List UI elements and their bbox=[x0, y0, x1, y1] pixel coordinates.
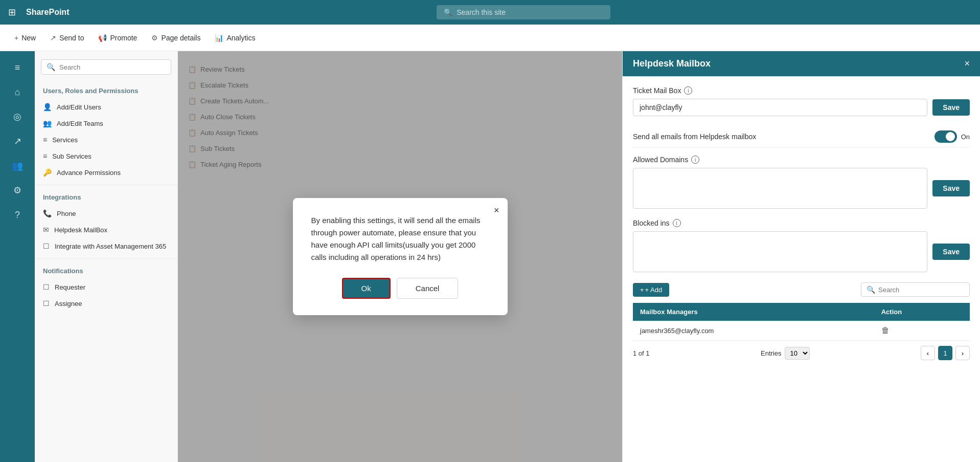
next-page-button[interactable]: › bbox=[955, 346, 970, 360]
new-button[interactable]: + New bbox=[8, 31, 42, 45]
sidebar-search-input[interactable] bbox=[59, 63, 166, 71]
send-to-button[interactable]: ↗ Send to bbox=[44, 31, 90, 45]
right-panel-title: Helpdesk Mailbox bbox=[633, 58, 711, 69]
rail-menu-icon[interactable]: ≡ bbox=[7, 57, 28, 78]
allowed-domains-save-button[interactable]: Save bbox=[932, 180, 970, 196]
promote-icon: 📢 bbox=[98, 34, 107, 42]
icon-rail: ≡ ⌂ ◎ ↗ 👥 ⚙ ? bbox=[0, 51, 35, 462]
add-manager-button[interactable]: + + Add bbox=[633, 283, 669, 297]
delete-icon[interactable]: 🗑 bbox=[881, 326, 890, 335]
page-1-button[interactable]: 1 bbox=[938, 346, 952, 360]
sidebar-item-sub-services[interactable]: ≡ Sub Services bbox=[35, 148, 177, 164]
sidebar-item-label: Requester bbox=[55, 283, 85, 291]
allowed-domains-textarea[interactable] bbox=[633, 168, 927, 209]
sidebar-search-bar: 🔍 bbox=[41, 59, 171, 75]
modal-dialog: × By enabling this settings, it will sen… bbox=[293, 198, 508, 315]
sidebar-item-assignee[interactable]: ☐ Assignee bbox=[35, 295, 177, 312]
entries-select: Entries 10 25 50 bbox=[761, 347, 809, 360]
ticket-mailbox-label: Ticket Mail Box i bbox=[633, 86, 970, 95]
sidebar-item-label: Advance Permissions bbox=[57, 169, 121, 177]
table-header-action: Action bbox=[874, 303, 970, 321]
managers-section: + + Add 🔍 Mailbox Managers Action bbox=[633, 282, 970, 365]
sidebar-item-label: Assignee bbox=[55, 300, 82, 307]
managers-search-bar: 🔍 bbox=[861, 282, 970, 297]
sidebar-item-helpdesk-mailbox[interactable]: ✉ Helpdesk MailBox bbox=[35, 222, 177, 238]
page-details-label: Page details bbox=[161, 34, 200, 42]
allowed-domains-info-icon[interactable]: i bbox=[691, 156, 699, 164]
sidebar: 🔍 Users, Roles and Permissions 👤 Add/Edi… bbox=[35, 51, 178, 462]
ticket-mailbox-group: Ticket Mail Box i Save bbox=[633, 86, 970, 116]
rail-globe-icon[interactable]: ◎ bbox=[7, 106, 28, 127]
sub-services-icon: ≡ bbox=[43, 152, 47, 160]
promote-button[interactable]: 📢 Promote bbox=[92, 31, 143, 45]
blocked-domains-textarea[interactable] bbox=[633, 231, 927, 272]
section-title-notifications: Notifications bbox=[35, 263, 177, 279]
table-row: jameshr365@clayfly.com 🗑 bbox=[633, 321, 970, 341]
sidebar-item-asset-management[interactable]: ☐ Integrate with Asset Management 365 bbox=[35, 238, 177, 254]
phone-icon: 📞 bbox=[43, 209, 52, 217]
analytics-button[interactable]: 📊 Analytics bbox=[209, 31, 261, 45]
right-panel-body: Ticket Mail Box i Save Send all emails f… bbox=[623, 76, 980, 376]
blocked-domains-save-button[interactable]: Save bbox=[932, 244, 970, 260]
sidebar-item-label: Helpdesk MailBox bbox=[54, 226, 107, 234]
toolbar: + New ↗ Send to 📢 Promote ⚙ Page details… bbox=[0, 25, 980, 51]
main-layout: ≡ ⌂ ◎ ↗ 👥 ⚙ ? 🔍 Users, Roles and Permiss… bbox=[0, 51, 980, 462]
sidebar-item-label: Services bbox=[52, 136, 78, 144]
sidebar-item-phone[interactable]: 📞 Phone bbox=[35, 205, 177, 222]
sidebar-item-label: Add/Edit Users bbox=[57, 103, 101, 111]
modal-ok-button[interactable]: Ok bbox=[342, 278, 391, 299]
rail-home-icon[interactable]: ⌂ bbox=[7, 82, 28, 102]
promote-label: Promote bbox=[110, 34, 137, 42]
ticket-mailbox-info-icon[interactable]: i bbox=[684, 86, 692, 95]
requester-icon: ☐ bbox=[43, 283, 50, 291]
right-panel-close-button[interactable]: × bbox=[964, 58, 970, 69]
rail-settings-icon[interactable]: ⚙ bbox=[7, 180, 28, 201]
right-panel-header: Helpdesk Mailbox × bbox=[623, 51, 980, 76]
sharepoint-topbar: ⊞ SharePoint 🔍 bbox=[0, 0, 980, 25]
rail-people-icon[interactable]: 👥 bbox=[7, 156, 28, 176]
prev-page-button[interactable]: ‹ bbox=[921, 346, 935, 360]
page-buttons: ‹ 1 › bbox=[921, 346, 970, 360]
sidebar-item-advance-permissions[interactable]: 🔑 Advance Permissions bbox=[35, 164, 177, 181]
managers-table: Mailbox Managers Action jameshr365@clayf… bbox=[633, 303, 970, 341]
key-icon: 🔑 bbox=[43, 168, 52, 177]
entries-dropdown[interactable]: 10 25 50 bbox=[785, 347, 810, 360]
toggle-state-label: On bbox=[961, 133, 970, 141]
sidebar-search-icon: 🔍 bbox=[47, 63, 55, 71]
toggle-switch[interactable]: On bbox=[935, 130, 970, 143]
grid-icon[interactable]: ⊞ bbox=[8, 7, 16, 18]
site-search-bar: 🔍 bbox=[437, 5, 610, 19]
manager-email: jameshr365@clayfly.com bbox=[633, 321, 874, 341]
ticket-mailbox-row: Save bbox=[633, 99, 970, 116]
share-icon: ↗ bbox=[50, 34, 56, 42]
sidebar-item-label: Phone bbox=[57, 210, 76, 217]
email-icon: ✉ bbox=[43, 226, 49, 234]
rail-help-icon[interactable]: ? bbox=[7, 205, 28, 225]
sidebar-item-add-edit-users[interactable]: 👤 Add/Edit Users bbox=[35, 99, 177, 115]
sidebar-divider-2 bbox=[35, 258, 177, 259]
modal-close-button[interactable]: × bbox=[494, 205, 499, 216]
team-icon: 👥 bbox=[43, 119, 52, 127]
modal-overlay: × By enabling this settings, it will sen… bbox=[178, 51, 622, 462]
ticket-mailbox-input[interactable] bbox=[633, 99, 927, 116]
toggle-track[interactable] bbox=[935, 130, 957, 143]
plus-icon: + bbox=[14, 34, 18, 42]
managers-search-input[interactable] bbox=[878, 286, 964, 294]
blocked-domains-info-icon[interactable]: i bbox=[673, 219, 681, 227]
sidebar-divider-1 bbox=[35, 185, 177, 185]
send-all-emails-row: Send all emails from Helpdesk mailbox On bbox=[633, 126, 970, 147]
page-details-button[interactable]: ⚙ Page details bbox=[145, 31, 207, 45]
rail-chart-icon[interactable]: ↗ bbox=[7, 131, 28, 151]
services-icon: ≡ bbox=[43, 136, 47, 144]
modal-footer: Ok Cancel bbox=[311, 278, 489, 299]
sidebar-item-requester[interactable]: ☐ Requester bbox=[35, 279, 177, 295]
plus-icon: + bbox=[640, 286, 644, 294]
section-title-integrations: Integrations bbox=[35, 189, 177, 205]
assignee-icon: ☐ bbox=[43, 299, 50, 307]
sidebar-item-add-edit-teams[interactable]: 👥 Add/Edit Teams bbox=[35, 115, 177, 131]
site-search-input[interactable] bbox=[457, 8, 603, 16]
entries-label: Entries bbox=[761, 349, 781, 357]
sidebar-item-services[interactable]: ≡ Services bbox=[35, 131, 177, 148]
ticket-mailbox-save-button[interactable]: Save bbox=[932, 99, 970, 116]
modal-cancel-button[interactable]: Cancel bbox=[397, 278, 459, 299]
